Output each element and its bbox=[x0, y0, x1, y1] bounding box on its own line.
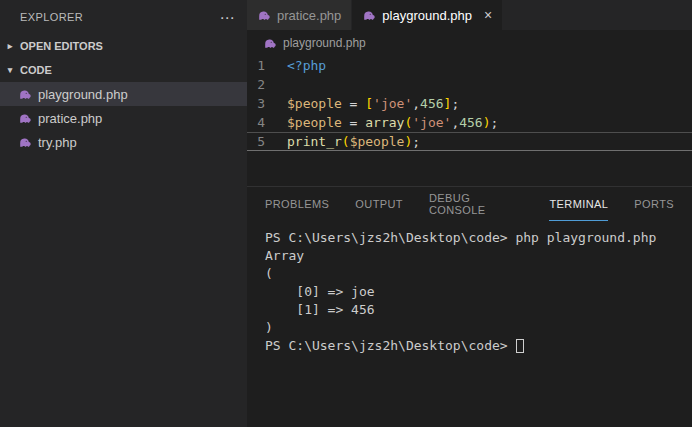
panel-tab-problems[interactable]: PROBLEMS bbox=[265, 187, 329, 221]
token-bracket: ( bbox=[342, 134, 350, 149]
php-icon bbox=[362, 8, 376, 22]
tab-label: playground.php bbox=[382, 8, 472, 23]
code-text: print_r($people); bbox=[265, 133, 420, 150]
code-line-5[interactable]: 5print_r($people); bbox=[247, 132, 692, 151]
file-list: playground.phppratice.phptry.php bbox=[0, 82, 247, 154]
code-text bbox=[265, 75, 287, 94]
breadcrumb-file: playground.php bbox=[283, 36, 366, 50]
file-name: try.php bbox=[38, 135, 77, 150]
code-line-3[interactable]: 3$people = ['joe',456]; bbox=[247, 94, 692, 113]
token-punctuation: ; bbox=[412, 134, 420, 149]
token-bracket: [ bbox=[365, 96, 373, 111]
token-punctuation: = bbox=[342, 96, 365, 111]
file-name: pratice.php bbox=[38, 111, 102, 126]
tab-label: pratice.php bbox=[277, 8, 341, 23]
token-punctuation: , bbox=[412, 96, 420, 111]
code-section-label: CODE bbox=[20, 64, 52, 76]
token-punctuation: = bbox=[342, 115, 365, 130]
more-actions-icon[interactable]: ⋯ bbox=[220, 10, 235, 25]
code-text: <?php bbox=[265, 56, 326, 75]
line-number: 2 bbox=[247, 75, 265, 94]
token-string: 'joe' bbox=[373, 96, 412, 111]
terminal-output[interactable]: PS C:\Users\jzs2h\Desktop\code> php play… bbox=[247, 221, 692, 427]
editor-area: pratice.phpplayground.php× playground.ph… bbox=[247, 0, 692, 427]
php-icon bbox=[18, 111, 32, 125]
file-item-pratice.php[interactable]: pratice.php bbox=[0, 106, 247, 130]
vscode-window: EXPLORER ⋯ ▸ OPEN EDITORS ▾ CODE playgro… bbox=[0, 0, 692, 427]
token-variable: $people bbox=[287, 115, 342, 130]
token-number: 456 bbox=[459, 115, 482, 130]
terminal-line: ( bbox=[265, 265, 692, 283]
panel-tab-ports[interactable]: PORTS bbox=[634, 187, 674, 221]
code-line-1[interactable]: 1<?php bbox=[247, 56, 692, 75]
section-code[interactable]: ▾ CODE bbox=[0, 58, 247, 82]
token-variable: $people bbox=[350, 134, 405, 149]
file-name: playground.php bbox=[38, 87, 128, 102]
token-keyword: <?php bbox=[287, 58, 326, 73]
editor-tab-bar: pratice.phpplayground.php× bbox=[247, 0, 692, 30]
terminal-line: PS C:\Users\jzs2h\Desktop\code> bbox=[265, 337, 692, 355]
code-line-4[interactable]: 4$people = array('joe',456); bbox=[247, 113, 692, 132]
line-number: 1 bbox=[247, 56, 265, 75]
explorer-header: EXPLORER ⋯ bbox=[0, 0, 247, 34]
token-bracket: ) bbox=[483, 115, 491, 130]
terminal-line: PS C:\Users\jzs2h\Desktop\code> php play… bbox=[265, 229, 692, 247]
section-open-editors[interactable]: ▸ OPEN EDITORS bbox=[0, 34, 247, 58]
php-icon bbox=[18, 87, 32, 101]
chevron-down-icon: ▾ bbox=[3, 65, 17, 75]
code-editor[interactable]: 1<?php23$people = ['joe',456];4$people =… bbox=[247, 56, 692, 186]
explorer-title: EXPLORER bbox=[20, 11, 83, 23]
tab-playground.php[interactable]: playground.php× bbox=[352, 0, 503, 30]
tab-pratice.php[interactable]: pratice.php bbox=[247, 0, 352, 30]
chevron-right-icon: ▸ bbox=[3, 41, 17, 51]
terminal-line: Array bbox=[265, 247, 692, 265]
bottom-panel: PROBLEMSOUTPUTDEBUG CONSOLETERMINALPORTS… bbox=[247, 186, 692, 427]
terminal-cursor bbox=[516, 339, 524, 353]
file-item-playground.php[interactable]: playground.php bbox=[0, 82, 247, 106]
code-text: $people = array('joe',456); bbox=[265, 113, 498, 132]
explorer-sidebar: EXPLORER ⋯ ▸ OPEN EDITORS ▾ CODE playgro… bbox=[0, 0, 247, 427]
line-number: 4 bbox=[247, 113, 265, 132]
line-number: 3 bbox=[247, 94, 265, 113]
panel-tab-debug-console[interactable]: DEBUG CONSOLE bbox=[429, 187, 524, 221]
file-item-try.php[interactable]: try.php bbox=[0, 130, 247, 154]
panel-tab-bar: PROBLEMSOUTPUTDEBUG CONSOLETERMINALPORTS bbox=[247, 187, 692, 221]
terminal-line: [1] => 456 bbox=[265, 301, 692, 319]
token-string: 'joe' bbox=[412, 115, 451, 130]
code-text: $people = ['joe',456]; bbox=[265, 94, 459, 113]
token-function: array bbox=[365, 115, 404, 130]
token-variable: $people bbox=[287, 96, 342, 111]
php-icon bbox=[18, 135, 32, 149]
token-function: print_r bbox=[287, 134, 342, 149]
line-number: 5 bbox=[247, 133, 265, 150]
token-punctuation: ; bbox=[491, 115, 499, 130]
close-icon[interactable]: × bbox=[484, 7, 492, 23]
php-icon bbox=[257, 8, 271, 22]
terminal-line: [0] => joe bbox=[265, 283, 692, 301]
php-icon bbox=[263, 36, 277, 50]
terminal-line: ) bbox=[265, 319, 692, 337]
panel-tab-output[interactable]: OUTPUT bbox=[355, 187, 403, 221]
token-punctuation: ; bbox=[451, 96, 459, 111]
breadcrumb[interactable]: playground.php bbox=[247, 30, 692, 56]
panel-tab-terminal[interactable]: TERMINAL bbox=[549, 187, 608, 221]
code-line-2[interactable]: 2 bbox=[247, 75, 692, 94]
token-number: 456 bbox=[420, 96, 443, 111]
open-editors-label: OPEN EDITORS bbox=[20, 40, 103, 52]
